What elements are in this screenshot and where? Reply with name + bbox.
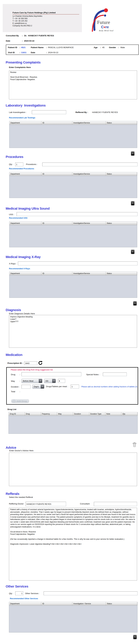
col-investigation-service[interactable]: Investigation/Service xyxy=(72,222,106,225)
section-title-diagnosis: Diagnosis xyxy=(6,308,21,312)
other-services-table[interactable]: Department ID Investigation / Service St… xyxy=(9,602,138,632)
col-drug-id[interactable]: Drug ID xyxy=(9,412,25,416)
procedures-table-header: Department ID Investigation/Service Stat… xyxy=(10,172,137,176)
col-investigation-service[interactable]: Investigation / Service xyxy=(72,602,106,606)
company-phone-1: T: +24 82 593 593 xyxy=(12,18,28,20)
recommended-xray-link[interactable]: Recommended X-Rays xyxy=(9,268,30,270)
frequency-select[interactable]: OD▼ xyxy=(44,379,56,383)
col-id[interactable]: ID xyxy=(42,121,72,125)
referred-by-label: Reffered By : xyxy=(76,111,88,114)
consultant-input[interactable] xyxy=(94,502,137,506)
consultation-form-page: Future C♥re Body Mind Soul Future Care b… xyxy=(0,0,139,644)
recommended-uss-link[interactable]: Recommended USS xyxy=(9,217,28,219)
visit-id-value: 11811 xyxy=(21,52,26,54)
duration-input[interactable] xyxy=(22,385,30,389)
referral-textarea[interactable]: Patient with a history of resistant arte… xyxy=(9,508,137,580)
lab-investigation-input[interactable] xyxy=(32,110,66,114)
col-drug[interactable]: Drug xyxy=(25,412,41,416)
col-investigation-service[interactable]: Investigation/Service xyxy=(72,121,106,125)
drug-list-label: Drug List xyxy=(8,408,16,410)
consultant-label: Consultant xyxy=(80,503,90,505)
recommended-lab-link[interactable]: Recommended Lab Testings xyxy=(9,116,35,119)
uss-table[interactable]: Department ID Investigation/Service Stat… xyxy=(9,222,137,247)
uss-label: USS : xyxy=(9,213,14,216)
colon: : xyxy=(46,46,47,48)
referred-by-value: HANECKY FUENTE REYES xyxy=(92,111,118,114)
section-title-other-services: Other Services xyxy=(6,584,28,588)
lab-table[interactable]: Department ID Investigation/Service Stat… xyxy=(9,121,137,148)
col-investigation-service[interactable]: Investigation/Service xyxy=(72,272,106,276)
drug-suggestion-hint: Please select the Drug from Drug suggess… xyxy=(11,368,53,371)
letterhead-divider xyxy=(12,14,79,14)
per-meal-input[interactable] xyxy=(71,384,79,388)
colon: : xyxy=(100,374,100,376)
col-duration-type[interactable]: Duration Type xyxy=(89,412,105,416)
section-title-presenting-complaints: Presenting Complaints xyxy=(6,60,40,64)
drug-input[interactable] xyxy=(22,372,81,376)
complaints-textarea[interactable]: Review Stool Ocult Blood test - Reactive… xyxy=(9,70,137,99)
col-qty[interactable]: Qty xyxy=(121,412,138,416)
col-note[interactable]: Note xyxy=(105,412,122,416)
col-department[interactable]: Department xyxy=(10,272,42,276)
col-way[interactable]: Way xyxy=(57,412,73,416)
lab-table-header: Department ID Investigation/Service Stat… xyxy=(10,121,137,125)
advice-textarea[interactable] xyxy=(9,452,137,486)
company-phone-2: T: +24 84 225 252 xyxy=(12,20,28,22)
col-department[interactable]: Department xyxy=(10,172,42,176)
procedures-input[interactable] xyxy=(42,162,138,166)
add-drug-button[interactable]: +Add Drug xyxy=(11,399,29,403)
col-duration[interactable]: Duration xyxy=(73,412,89,416)
patient-id-value: 4521 xyxy=(21,46,26,48)
xray-label: X-Rays : xyxy=(9,262,17,265)
col-department[interactable]: Department xyxy=(9,602,41,606)
col-investigation-service[interactable]: Investigation/Service xyxy=(72,172,106,176)
col-status[interactable]: Status xyxy=(106,272,137,276)
delete-procedures-icon[interactable]: ↻ xyxy=(131,201,135,206)
way-qty-input[interactable] xyxy=(58,379,65,383)
xray-input[interactable] xyxy=(18,262,138,265)
delete-uss-icon[interactable]: ↻ xyxy=(131,250,135,254)
colon: : xyxy=(20,374,20,376)
way-select[interactable]: Before Meal▼ xyxy=(22,379,42,383)
xray-table[interactable]: Department ID Investigation/Service Stat… xyxy=(9,272,137,298)
colon: : xyxy=(20,390,20,393)
refresh-icon[interactable] xyxy=(38,361,42,365)
diagnosis-textarea[interactable]: Impress Digestive bleading Lower? Upper?… xyxy=(9,315,137,348)
col-department[interactable]: Department xyxy=(10,121,42,125)
delete-advice-icon[interactable] xyxy=(132,442,136,447)
col-frequency[interactable]: Fequency xyxy=(41,412,57,416)
procedures-table[interactable]: Department ID Investigation/Service Stat… xyxy=(9,172,137,198)
procedures-qty-input[interactable] xyxy=(15,162,23,166)
col-id[interactable]: ID xyxy=(42,172,72,176)
uss-input[interactable] xyxy=(16,212,138,216)
duration-unit-select[interactable]: Day/s▼ xyxy=(32,384,44,389)
delete-other-services-icon[interactable]: ↻ xyxy=(133,635,137,639)
patient-name-value: PASCAL LLOYD BONIFACE xyxy=(48,46,74,48)
col-id[interactable]: ID xyxy=(42,272,72,276)
prescription-id-label: Prescription ID : xyxy=(8,362,23,364)
delete-xray-icon[interactable]: ↻ xyxy=(133,301,137,306)
recommended-other-link[interactable]: Recommended Other Services xyxy=(10,598,38,600)
duration-label: Duration : xyxy=(11,386,20,388)
drug-list-table[interactable]: Drug ID Drug Fequency Way Duration Durat… xyxy=(8,412,138,434)
col-status[interactable]: Status xyxy=(106,602,137,606)
col-id[interactable]: ID xyxy=(42,222,72,225)
referring-doctor-input[interactable] xyxy=(26,502,66,506)
colon: : xyxy=(20,52,20,54)
special-notes-input[interactable] xyxy=(103,372,127,376)
procedures-label: Procedures : xyxy=(26,163,38,166)
way-select-value: Before Meal xyxy=(23,380,33,382)
other-services-label: Other Services : xyxy=(25,592,40,594)
logo-tagline: Body Mind Soul xyxy=(99,30,114,32)
col-status[interactable]: Status xyxy=(106,121,137,125)
col-id[interactable]: ID xyxy=(41,602,72,606)
other-qty-input[interactable] xyxy=(15,592,23,595)
col-status[interactable]: Status xyxy=(106,222,137,225)
delete-lab-icon[interactable]: ↻ xyxy=(131,151,135,156)
company-name: Future Care by Future Holdings (Pty) Lim… xyxy=(12,12,56,14)
other-services-input[interactable] xyxy=(44,592,138,595)
prescription-id-input[interactable] xyxy=(24,362,37,365)
col-department[interactable]: Department xyxy=(10,222,42,225)
col-status[interactable]: Status xyxy=(106,172,137,176)
recommended-procedures-link[interactable]: Recommended Procedures xyxy=(9,168,34,170)
